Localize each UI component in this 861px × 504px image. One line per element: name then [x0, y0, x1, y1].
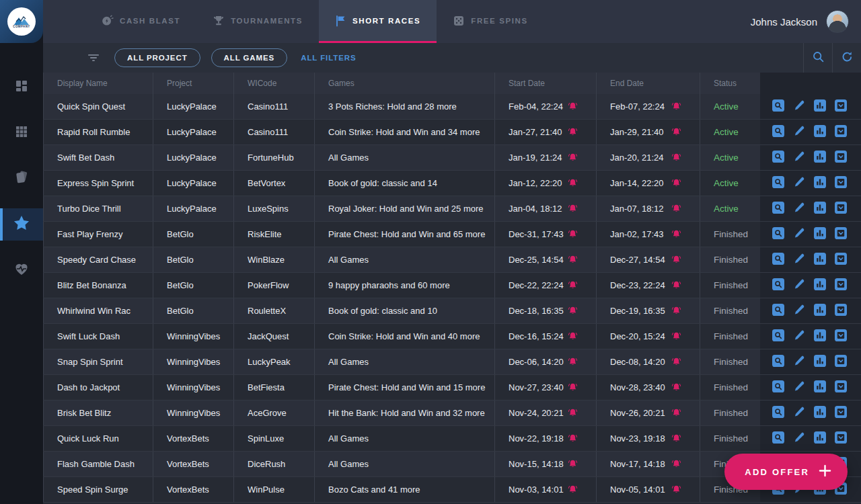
- notification-bell-icon[interactable]: [567, 203, 578, 214]
- notification-bell-icon[interactable]: [567, 177, 578, 189]
- row-edit-button[interactable]: [793, 228, 805, 241]
- notification-bell-icon[interactable]: [671, 228, 682, 240]
- notification-bell-icon[interactable]: [567, 152, 578, 163]
- row-preview-button[interactable]: [772, 382, 784, 394]
- row-archive-button[interactable]: [835, 228, 847, 241]
- tab-short-races[interactable]: SHORT RACES: [319, 0, 437, 43]
- row-preview-button[interactable]: [772, 331, 784, 343]
- logo-block[interactable]: COMPANY: [0, 0, 43, 43]
- row-stats-button[interactable]: [814, 407, 826, 419]
- row-stats-button[interactable]: [814, 126, 826, 138]
- row-archive-button[interactable]: [835, 126, 847, 138]
- notification-bell-icon[interactable]: [671, 458, 682, 470]
- sidebar-item-health[interactable]: [0, 254, 43, 286]
- row-edit-button[interactable]: [793, 433, 805, 445]
- col-project[interactable]: Project: [153, 73, 233, 94]
- col-start-date[interactable]: Start Date: [494, 73, 596, 94]
- notification-bell-icon[interactable]: [671, 382, 682, 393]
- row-preview-button[interactable]: [772, 305, 784, 317]
- row-stats-button[interactable]: [814, 305, 826, 317]
- row-stats-button[interactable]: [814, 356, 826, 368]
- row-edit-button[interactable]: [793, 280, 805, 292]
- row-edit-button[interactable]: [793, 203, 805, 215]
- row-edit-button[interactable]: [793, 126, 805, 138]
- col-status[interactable]: Status: [700, 73, 760, 94]
- notification-bell-icon[interactable]: [671, 433, 682, 444]
- notification-bell-icon[interactable]: [567, 305, 578, 317]
- notification-bell-icon[interactable]: [671, 203, 682, 214]
- notification-bell-icon[interactable]: [671, 177, 682, 189]
- row-preview-button[interactable]: [772, 101, 784, 113]
- sidebar-item-short-races[interactable]: [0, 208, 43, 241]
- notification-bell-icon[interactable]: [567, 382, 578, 393]
- notification-bell-icon[interactable]: [567, 458, 578, 470]
- row-edit-button[interactable]: [793, 305, 805, 317]
- row-stats-button[interactable]: [814, 228, 826, 241]
- filter-list-icon[interactable]: [87, 52, 100, 64]
- notification-bell-icon[interactable]: [567, 126, 578, 138]
- row-preview-button[interactable]: [772, 177, 784, 190]
- row-edit-button[interactable]: [793, 152, 805, 164]
- notification-bell-icon[interactable]: [671, 484, 682, 495]
- notification-bell-icon[interactable]: [671, 101, 682, 112]
- notification-bell-icon[interactable]: [567, 331, 578, 342]
- sidebar-item-cards[interactable]: [0, 163, 43, 195]
- col-wicode[interactable]: WICode: [233, 73, 314, 94]
- row-stats-button[interactable]: [814, 101, 826, 113]
- notification-bell-icon[interactable]: [671, 356, 682, 368]
- row-edit-button[interactable]: [793, 407, 805, 419]
- row-edit-button[interactable]: [793, 382, 805, 394]
- row-preview-button[interactable]: [772, 356, 784, 368]
- row-preview-button[interactable]: [772, 433, 784, 445]
- notification-bell-icon[interactable]: [671, 126, 682, 138]
- row-archive-button[interactable]: [835, 356, 847, 368]
- notification-bell-icon[interactable]: [567, 433, 578, 444]
- notification-bell-icon[interactable]: [671, 305, 682, 317]
- col-games[interactable]: Games: [314, 73, 494, 94]
- search-button[interactable]: [803, 43, 832, 73]
- row-stats-button[interactable]: [814, 203, 826, 215]
- notification-bell-icon[interactable]: [567, 407, 578, 419]
- notification-bell-icon[interactable]: [567, 280, 578, 291]
- notification-bell-icon[interactable]: [567, 101, 578, 112]
- row-stats-button[interactable]: [814, 433, 826, 445]
- row-stats-button[interactable]: [814, 331, 826, 343]
- tab-tournaments[interactable]: TOURNAMENTS: [196, 0, 319, 43]
- row-archive-button[interactable]: [835, 152, 847, 164]
- row-stats-button[interactable]: [814, 177, 826, 190]
- row-edit-button[interactable]: [793, 254, 805, 266]
- row-stats-button[interactable]: [814, 382, 826, 394]
- notification-bell-icon[interactable]: [671, 254, 682, 265]
- notification-bell-icon[interactable]: [567, 484, 578, 495]
- refresh-button[interactable]: [832, 43, 861, 73]
- row-archive-button[interactable]: [835, 407, 847, 419]
- row-preview-button[interactable]: [772, 280, 784, 292]
- row-stats-button[interactable]: [814, 152, 826, 164]
- row-archive-button[interactable]: [835, 101, 847, 113]
- all-project-chip[interactable]: ALL PROJECT: [114, 48, 200, 67]
- notification-bell-icon[interactable]: [671, 331, 682, 342]
- row-archive-button[interactable]: [835, 331, 847, 343]
- row-preview-button[interactable]: [772, 126, 784, 138]
- row-archive-button[interactable]: [835, 305, 847, 317]
- all-filters-link[interactable]: ALL FILTERS: [301, 54, 356, 62]
- notification-bell-icon[interactable]: [671, 407, 682, 419]
- row-stats-button[interactable]: [814, 254, 826, 266]
- row-edit-button[interactable]: [793, 356, 805, 368]
- notification-bell-icon[interactable]: [671, 280, 682, 291]
- row-archive-button[interactable]: [835, 382, 847, 394]
- row-archive-button[interactable]: [835, 203, 847, 215]
- row-preview-button[interactable]: [772, 407, 784, 419]
- notification-bell-icon[interactable]: [567, 254, 578, 265]
- row-preview-button[interactable]: [772, 203, 784, 215]
- sidebar-item-dashboard[interactable]: [0, 71, 43, 103]
- all-games-chip[interactable]: ALL GAMES: [211, 48, 288, 67]
- row-preview-button[interactable]: [772, 228, 784, 241]
- notification-bell-icon[interactable]: [567, 356, 578, 368]
- row-stats-button[interactable]: [814, 280, 826, 292]
- row-archive-button[interactable]: [835, 280, 847, 292]
- row-archive-button[interactable]: [835, 433, 847, 445]
- notification-bell-icon[interactable]: [671, 152, 682, 163]
- tab-free-spins[interactable]: FREE SPINS: [437, 0, 544, 43]
- row-preview-button[interactable]: [772, 152, 784, 164]
